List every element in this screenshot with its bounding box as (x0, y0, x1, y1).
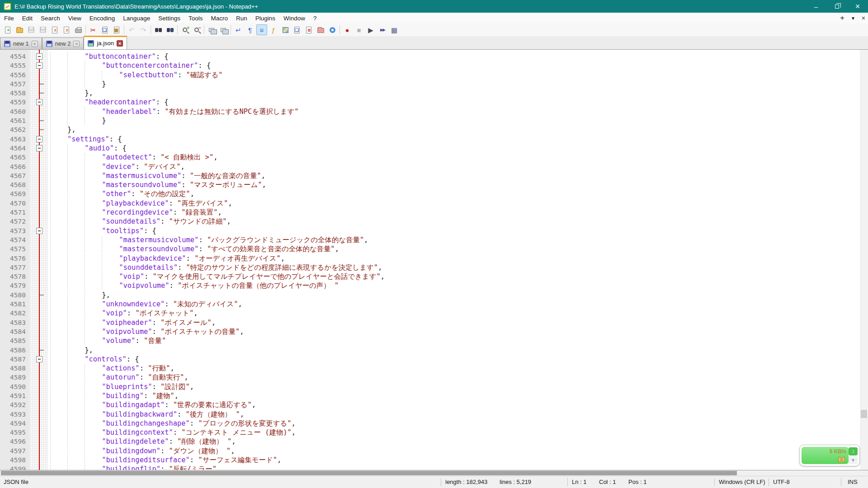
code-line[interactable]: "buildingflip": "反転/ミラー" (50, 465, 860, 470)
code-line[interactable]: "buildingdelete": "削除（建物） ", (50, 437, 860, 446)
code-line[interactable]: "buildingdown": "ダウン（建物） ", (50, 446, 860, 455)
code-line[interactable]: "unknowndevice": "未知のディバイス", (50, 300, 860, 309)
document-list-button[interactable]: ❏ (292, 24, 302, 35)
download-arrow-icon[interactable]: ↓ (849, 447, 858, 455)
new-tab-button[interactable]: + (840, 14, 844, 23)
menu-plugins[interactable]: Plugins (251, 13, 279, 23)
find-button[interactable] (153, 24, 164, 35)
menu-language[interactable]: Language (119, 13, 154, 23)
document-map-button[interactable] (280, 24, 291, 35)
code-line[interactable]: "other": "その他の設定", (50, 189, 860, 198)
replace-button[interactable]: ab (165, 24, 175, 35)
menu-run[interactable]: Run (232, 13, 251, 23)
menu-window[interactable]: Window (279, 13, 309, 23)
code-line[interactable]: }, (50, 346, 860, 355)
code-line[interactable]: "mastermusicvolume": "一般的な音楽の音量", (50, 171, 860, 180)
macro-record-button[interactable]: ● (342, 24, 353, 35)
menu-settings[interactable]: Settings (154, 13, 184, 23)
code-line[interactable]: "autorun": "自動実行", (50, 373, 860, 382)
code-line[interactable]: "buildingchangeshape": "ブロックの形状を変更する", (50, 419, 860, 428)
menu-view[interactable]: View (64, 13, 85, 23)
code-line[interactable]: "voipvolume": "ボイスチャットの音量", (50, 327, 860, 336)
sync-horizontal-scroll-button[interactable] (218, 24, 229, 35)
redo-button[interactable]: ↷ (138, 24, 149, 35)
new-file-button[interactable]: + (2, 24, 13, 35)
fold-collapse-box[interactable] (36, 145, 42, 151)
macro-save-button[interactable]: ▦ (389, 24, 400, 35)
zoom-in-button[interactable]: + (179, 24, 190, 35)
code-line[interactable]: "buildingbackward": "後方（建物） ", (50, 410, 860, 419)
code-line[interactable]: "buildingeditsurface": "サーフェス編集モード", (50, 455, 860, 465)
open-file-button[interactable] (14, 24, 25, 35)
code-line[interactable]: "buildingcontext": "コンテキスト メニュー (建物)", (50, 428, 860, 437)
close-button[interactable]: × (847, 0, 868, 13)
undo-button[interactable]: ↶ (126, 24, 137, 35)
word-wrap-button[interactable]: ↵ (233, 24, 244, 35)
fold-collapse-box[interactable] (36, 356, 42, 362)
code-line[interactable]: "autodetect": "< 自動検出 >", (50, 153, 860, 162)
tab-ja.json[interactable]: ja.json× (84, 36, 127, 49)
menu-file[interactable]: File (0, 13, 18, 23)
function-list-button[interactable]: ƒ (268, 24, 279, 35)
code-line[interactable]: "audio": { (50, 144, 860, 153)
code-line[interactable]: "blueprints": "設計図", (50, 382, 860, 391)
sync-vertical-scroll-button[interactable] (206, 24, 217, 35)
fold-collapse-box[interactable] (36, 136, 42, 142)
code-line[interactable]: "sounddetails": "サウンドの詳細", (50, 217, 860, 226)
code-line[interactable]: "device": "デバイス", (50, 162, 860, 171)
menu-encoding[interactable]: Encoding (85, 13, 119, 23)
code-line[interactable]: "volume": "音量" (50, 336, 860, 345)
dropdown-arrow-icon[interactable]: ▼ (849, 457, 858, 464)
code-line[interactable]: }, (50, 125, 860, 134)
close-all-button[interactable]: x (61, 24, 72, 35)
copy-button[interactable]: ❏ (99, 24, 110, 35)
code-line[interactable]: } (50, 116, 860, 125)
code-line[interactable]: "building": "建物", (50, 391, 860, 400)
network-speed-widget[interactable]: 5 KB/s ↓ ▼ (799, 445, 860, 466)
save-button[interactable] (26, 24, 37, 35)
macro-stop-button[interactable]: ■ (354, 24, 364, 35)
code-line[interactable]: "buttoncontainer": { (50, 52, 860, 61)
vertical-scrollbar-thumb[interactable] (861, 410, 867, 418)
menu-edit[interactable]: Edit (18, 13, 37, 23)
code-line[interactable]: "recordingdevice": "録音装置", (50, 208, 860, 217)
code-line[interactable]: "voipvolume": "ボイスチャットの音量（他のプレイヤーの声） " (50, 281, 860, 290)
horizontal-scrollbar[interactable] (0, 470, 868, 476)
tab-list-dropdown-icon[interactable]: ▼ (851, 16, 855, 21)
menu-tools[interactable]: Tools (184, 13, 207, 23)
code-content[interactable]: "buttoncontainer": { "buttoncentercontai… (48, 50, 860, 470)
tab-new-1[interactable]: new 1× (0, 38, 42, 49)
code-line[interactable]: "buildingadapt": "世界の要素に適応する", (50, 400, 860, 409)
show-all-characters-button[interactable]: ¶ (245, 24, 255, 35)
code-line[interactable]: "headercontainer": { (50, 98, 860, 107)
function-completion-button[interactable]: α (303, 24, 314, 35)
code-line[interactable]: "voipheader": "ボイスメール", (50, 318, 860, 327)
fold-collapse-box[interactable] (36, 99, 42, 105)
folder-as-workspace-button[interactable] (315, 24, 326, 35)
code-line[interactable]: "buttoncentercontainer": { (50, 61, 860, 70)
fold-margin[interactable] (30, 50, 48, 470)
tab-close-icon[interactable]: × (117, 40, 123, 47)
save-all-button[interactable] (38, 24, 48, 35)
macro-run-multiple-button[interactable]: ▶▶ (377, 24, 388, 35)
editor-area[interactable]: 4554455545564557455845594560456145624563… (0, 50, 868, 470)
close-tab-button[interactable]: × (862, 14, 865, 22)
fold-collapse-box[interactable] (36, 228, 42, 234)
monitoring-button[interactable] (327, 24, 338, 35)
close-button[interactable]: x (49, 24, 60, 35)
code-line[interactable]: "selectbutton": "確認する" (50, 70, 860, 80)
cut-button[interactable]: ✂ (88, 24, 99, 35)
code-line[interactable]: "voip": "マイクを使用してマルチプレイヤーで他のプレイヤーと会話できます… (50, 272, 860, 281)
tab-close-icon[interactable]: × (73, 41, 80, 47)
code-line[interactable]: "headerlabel": "有効または無効にするNPCを選択します" (50, 107, 860, 116)
code-line[interactable]: }, (50, 89, 860, 98)
code-line[interactable]: "settings": { (50, 135, 860, 144)
code-line[interactable]: "actions": "行動", (50, 364, 860, 373)
tab-close-icon[interactable]: × (32, 41, 38, 47)
code-line[interactable]: "tooltips": { (50, 226, 860, 235)
code-line[interactable]: } (50, 80, 860, 89)
macro-play-button[interactable]: ▶ (365, 24, 376, 35)
menu-search[interactable]: Search (37, 13, 64, 23)
menu-macro[interactable]: Macro (207, 13, 232, 23)
menu-help[interactable]: ? (309, 13, 321, 23)
